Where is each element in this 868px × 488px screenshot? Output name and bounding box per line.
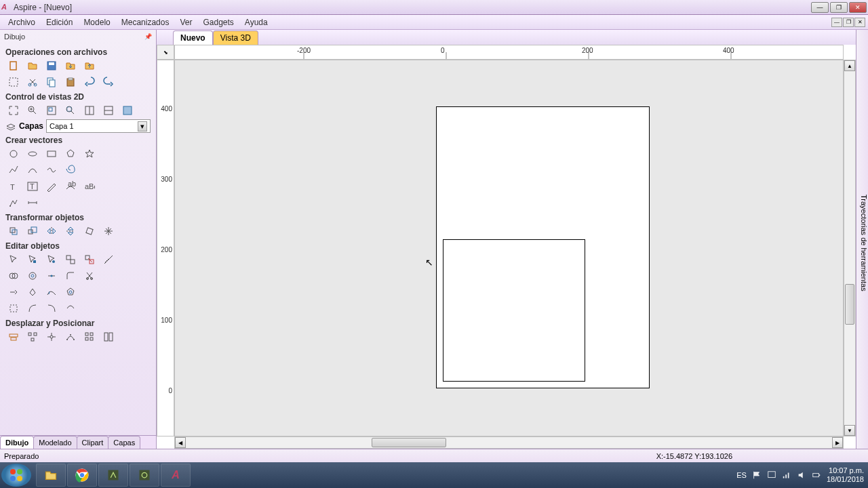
redo-button[interactable] [100, 75, 117, 89]
import-button[interactable] [62, 58, 79, 73]
side-tab-clipart[interactable]: Clipart [77, 436, 109, 449]
menu-edicion[interactable]: Edición [41, 16, 78, 28]
tray-clock[interactable]: 10:07 p.m. 18/01/2018 [827, 466, 864, 484]
new-file-button[interactable] [5, 58, 22, 73]
tray-action-icon[interactable] [767, 470, 776, 480]
tray-network-icon[interactable] [782, 470, 791, 480]
weld-tool[interactable] [5, 268, 22, 283]
plate-tool[interactable] [100, 329, 117, 344]
dimension-tool[interactable] [24, 195, 41, 210]
node-edit-tool[interactable] [24, 252, 41, 267]
close-button[interactable]: ✕ [849, 2, 867, 13]
offset-tool[interactable] [24, 268, 41, 283]
spiral-tool[interactable] [62, 163, 79, 178]
rectangle-tool[interactable] [43, 146, 60, 161]
text-box-tool[interactable]: T [24, 179, 41, 194]
scale-tool[interactable] [24, 224, 41, 239]
task-app1[interactable] [98, 464, 128, 487]
text-convert-tool[interactable]: aBc [81, 179, 98, 194]
minimize-button[interactable]: — [811, 2, 829, 13]
view-split2-button[interactable] [100, 103, 117, 118]
zoom-selected-button[interactable] [62, 103, 79, 118]
tray-flag-icon[interactable] [752, 470, 762, 480]
select-all-button[interactable] [5, 75, 22, 89]
menu-archivo[interactable]: Archivo [3, 16, 41, 28]
star-tool[interactable] [81, 146, 98, 161]
open-file-button[interactable] [24, 58, 41, 73]
copy-button[interactable] [43, 75, 60, 89]
maximize-button[interactable]: ❐ [830, 2, 848, 13]
menu-modelo[interactable]: Modelo [78, 16, 115, 28]
nest-tool[interactable] [43, 329, 60, 344]
scroll-right-button[interactable]: ▶ [832, 437, 843, 448]
task-aspire[interactable]: A [161, 464, 191, 487]
polyline-tool[interactable] [5, 163, 22, 178]
array-copy-tool[interactable] [62, 329, 79, 344]
ellipse-tool[interactable] [24, 146, 41, 161]
zoom-extents-button[interactable] [5, 103, 22, 118]
task-explorer[interactable] [36, 464, 66, 487]
drawn-rectangle[interactable] [443, 239, 585, 382]
trim-tool[interactable] [81, 268, 98, 283]
zoom-window-button[interactable] [43, 103, 60, 118]
curve2-tool[interactable] [43, 301, 60, 316]
tab-vista3d[interactable]: Vista 3D [213, 30, 258, 45]
tab-nuevo[interactable]: Nuevo [173, 30, 213, 45]
mirror-v-tool[interactable] [62, 224, 79, 239]
curve1-tool[interactable] [24, 301, 41, 316]
start-button[interactable] [1, 464, 31, 487]
distribute-tool[interactable] [24, 329, 41, 344]
curve-tool[interactable] [43, 163, 60, 178]
tray-volume-icon[interactable] [797, 470, 806, 480]
side-tab-modelado[interactable]: Modelado [33, 436, 77, 449]
view-single-button[interactable] [119, 103, 136, 118]
side-tab-capas[interactable]: Capas [108, 436, 140, 449]
mirror-h-tool[interactable] [43, 224, 60, 239]
zoom-in-button[interactable] [24, 103, 41, 118]
circle-tool[interactable] [5, 146, 22, 161]
scroll-down-button[interactable]: ▼ [844, 425, 855, 436]
fit-curves-tool[interactable] [43, 285, 60, 300]
scroll-thumb-h[interactable] [372, 438, 446, 447]
task-chrome[interactable] [67, 464, 97, 487]
menu-ayuda[interactable]: Ayuda [239, 16, 273, 28]
move-tool[interactable] [5, 224, 22, 239]
cut-button[interactable] [24, 75, 41, 89]
mdi-close-button[interactable]: ✕ [854, 18, 865, 27]
view-split1-button[interactable] [81, 103, 98, 118]
scrollbar-horizontal[interactable]: ◀ ▶ [174, 436, 844, 449]
text-edit-tool[interactable] [43, 179, 60, 194]
measure-tool[interactable] [100, 252, 117, 267]
align-tool[interactable] [5, 329, 22, 344]
distort-tool[interactable] [100, 224, 117, 239]
grid-copy-tool[interactable] [81, 329, 98, 344]
close-vector-tool[interactable] [24, 285, 41, 300]
rotate-tool[interactable] [81, 224, 98, 239]
tray-power-icon[interactable] [812, 470, 821, 480]
polygon-tool[interactable] [62, 146, 79, 161]
text-curve-tool[interactable]: abc [62, 179, 79, 194]
layer-select[interactable]: Capa 1 [46, 119, 151, 133]
vector-validator-tool[interactable] [62, 285, 79, 300]
task-app2[interactable] [130, 464, 159, 487]
fillet-tool[interactable] [62, 268, 79, 283]
pin-icon[interactable]: 📌 [144, 33, 152, 40]
scrollbar-vertical[interactable]: ▲ ▼ [844, 60, 856, 436]
menu-mecanizados[interactable]: Mecanizados [116, 16, 175, 28]
menu-gadgets[interactable]: Gadgets [197, 16, 239, 28]
undo-button[interactable] [81, 75, 98, 89]
scroll-left-button[interactable]: ◀ [175, 437, 186, 448]
mdi-minimize-button[interactable]: — [831, 18, 842, 27]
join-tool[interactable] [43, 268, 60, 283]
mdi-restore-button[interactable]: ❐ [843, 18, 854, 27]
text-tool[interactable]: T [5, 179, 22, 194]
node-select-tool[interactable] [43, 252, 60, 267]
trace-tool[interactable] [5, 195, 22, 210]
ungroup-tool[interactable] [81, 252, 98, 267]
scroll-up-button[interactable]: ▲ [844, 60, 855, 71]
side-tab-dibujo[interactable]: Dibujo [0, 436, 34, 449]
select-tool[interactable] [5, 252, 22, 267]
boundary-tool[interactable] [5, 301, 22, 316]
extend-tool[interactable] [5, 285, 22, 300]
paste-button[interactable] [62, 75, 79, 89]
